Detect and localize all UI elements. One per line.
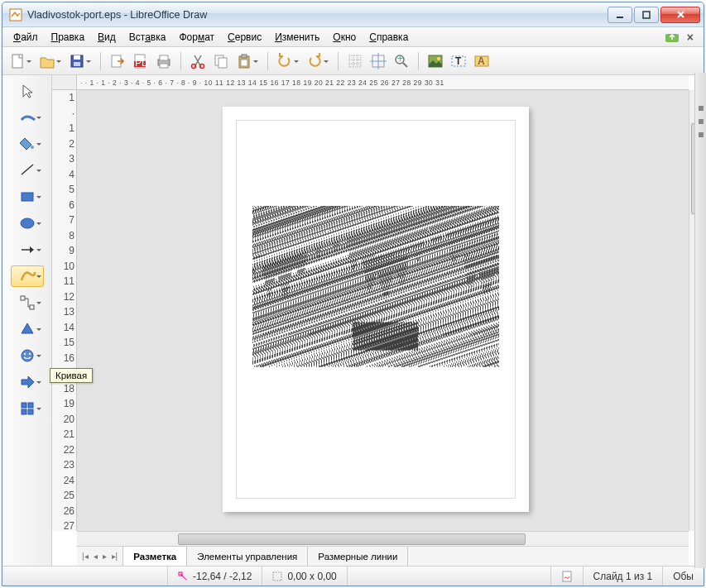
tool-textbox[interactable]: T — [449, 51, 468, 71]
layer-tab-0[interactable]: Разметка — [122, 546, 187, 566]
select-tool[interactable] — [11, 80, 44, 102]
svg-point-16 — [200, 64, 204, 68]
svg-rect-44 — [22, 403, 26, 408]
svg-text:+: + — [397, 53, 403, 65]
tooltip: Кривая — [50, 368, 93, 383]
menu-окно[interactable]: Окно — [327, 29, 362, 45]
position-icon — [178, 571, 188, 581]
status-slide: Слайд 1 из 1 — [584, 566, 664, 586]
menu-правка[interactable]: Правка — [46, 29, 91, 45]
svg-text:A: A — [478, 55, 485, 67]
line-tool[interactable] — [11, 160, 44, 181]
svg-line-26 — [403, 63, 407, 67]
ellipse-tool[interactable] — [11, 213, 44, 234]
doc-close-icon[interactable]: × — [687, 31, 694, 44]
menu-формат[interactable]: Формат — [173, 29, 220, 45]
menu-сервис[interactable]: Сервис — [222, 29, 267, 45]
canvas-area: · · 1 · 1 · 2 · 3 · 4 · 5 · 6 · 7 · 8 · … — [52, 75, 704, 566]
tool-grid[interactable] — [345, 51, 365, 71]
curve-tool[interactable] — [11, 265, 44, 287]
tool-open[interactable] — [37, 51, 57, 71]
symbol-shapes-tool[interactable] — [11, 345, 44, 366]
horizontal-scrollbar[interactable] — [77, 531, 689, 546]
tool-new[interactable] — [7, 51, 27, 71]
rect-tool[interactable] — [11, 186, 44, 208]
svg-point-41 — [22, 350, 33, 361]
horizontal-ruler: · · 1 · 1 · 2 · 3 · 4 · 5 · 6 · 7 · 8 · … — [77, 75, 689, 90]
svg-line-35 — [22, 165, 33, 174]
tool-pdf[interactable]: PDF — [131, 51, 151, 71]
svg-rect-50 — [273, 572, 281, 581]
tool-zoom[interactable]: + — [391, 51, 411, 71]
titlebar: Vladivostok-port.eps - LibreOffice Draw — [2, 2, 704, 27]
tool-print[interactable] — [154, 51, 174, 71]
svg-rect-36 — [22, 193, 33, 201]
arrow-tool[interactable] — [11, 239, 44, 261]
close-button[interactable] — [660, 7, 700, 23]
tool-paste[interactable] — [234, 51, 254, 71]
page[interactable] — [223, 107, 529, 512]
tool-undo[interactable] — [275, 51, 295, 71]
block-arrows-tool[interactable] — [11, 371, 44, 393]
tool-copy[interactable] — [211, 51, 231, 71]
svg-point-42 — [23, 353, 25, 355]
svg-point-34 — [31, 146, 34, 149]
tab-nav[interactable]: |◂◂▸▸| — [77, 547, 122, 566]
status-signature[interactable] — [551, 566, 584, 586]
eps-image[interactable] — [252, 206, 499, 367]
menu-изменить[interactable]: Изменить — [269, 29, 325, 45]
left-toolbox — [2, 75, 52, 566]
minimize-button[interactable] — [608, 7, 632, 23]
basic-shapes-tool[interactable] — [11, 318, 44, 340]
flowchart-tool[interactable] — [11, 398, 44, 419]
svg-rect-51 — [563, 571, 571, 581]
app-icon — [9, 8, 22, 22]
tool-export[interactable] — [108, 51, 127, 71]
tool-fontwork[interactable]: A — [472, 51, 492, 71]
svg-rect-0 — [10, 9, 22, 21]
layer-tab-2[interactable]: Размерные линии — [308, 547, 408, 566]
h-scroll-thumb[interactable] — [178, 533, 526, 545]
svg-rect-6 — [74, 55, 80, 60]
update-icon[interactable] — [665, 31, 679, 43]
layer-tab-1[interactable]: Элементы управления — [187, 547, 308, 566]
svg-rect-21 — [241, 60, 247, 66]
tool-cut[interactable] — [188, 51, 208, 71]
svg-rect-4 — [12, 55, 22, 68]
tool-image[interactable] — [425, 51, 445, 71]
menu-справка[interactable]: Справка — [363, 29, 414, 45]
svg-rect-40 — [30, 305, 34, 309]
svg-rect-14 — [160, 64, 168, 68]
maximize-button[interactable] — [634, 7, 659, 23]
svg-rect-39 — [21, 296, 25, 300]
tool-save[interactable] — [67, 51, 87, 71]
menu-файл[interactable]: Файл — [7, 29, 44, 45]
connector-tool[interactable] — [11, 292, 44, 313]
svg-rect-45 — [28, 403, 33, 408]
window-title: Vladivostok-port.eps - LibreOffice Draw — [27, 9, 608, 21]
tool-redo[interactable] — [305, 51, 324, 71]
svg-rect-20 — [242, 55, 247, 58]
status-extra: Обы — [663, 566, 704, 586]
svg-rect-7 — [74, 62, 80, 66]
vertical-ruler: 1·12345678910111213141516171819202122232… — [52, 90, 77, 531]
svg-rect-46 — [22, 409, 26, 414]
svg-rect-47 — [28, 409, 33, 414]
svg-rect-2 — [643, 12, 650, 18]
menu-вставка[interactable]: Вставка — [123, 29, 172, 45]
svg-point-29 — [437, 57, 440, 60]
tool-helplines[interactable] — [368, 51, 388, 71]
size-icon — [272, 571, 282, 581]
svg-rect-18 — [219, 58, 227, 68]
menu-вид[interactable]: Вид — [92, 29, 122, 45]
svg-point-43 — [28, 353, 30, 355]
viewport[interactable] — [77, 90, 689, 531]
line-color-tool[interactable] — [11, 107, 44, 128]
sidebar-panel-toggle[interactable] — [694, 73, 706, 568]
svg-line-49 — [180, 574, 186, 580]
menubar: ФайлПравкаВидВставкаФорматСервисИзменить… — [2, 27, 704, 47]
svg-text:PDF: PDF — [135, 57, 149, 69]
svg-point-37 — [21, 218, 34, 228]
svg-point-15 — [192, 64, 196, 68]
fill-color-tool[interactable] — [11, 133, 44, 155]
